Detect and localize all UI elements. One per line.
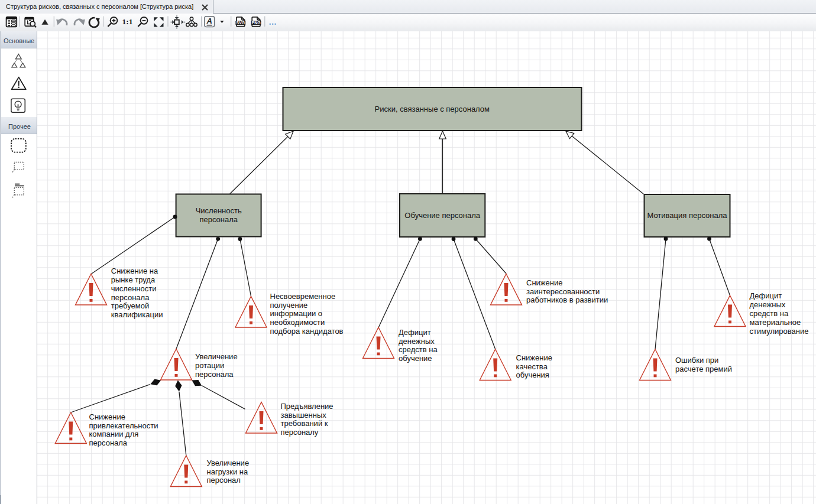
svg-text:расчете премий: расчете премий [675, 365, 732, 373]
svg-text:необходимости: необходимости [270, 318, 325, 327]
svg-text:заинтересованности: заинтересованности [526, 287, 600, 296]
svg-text:персонала: персонала [195, 370, 234, 379]
svg-text:Мотивация персонала: Мотивация персонала [647, 211, 727, 220]
svg-text:качества: качества [516, 362, 548, 371]
svg-text:Ошибки при: Ошибки при [675, 356, 718, 365]
svg-text:получение: получение [270, 301, 308, 310]
svg-text:требуемой: требуемой [111, 301, 149, 310]
svg-text:средств на: средств на [399, 345, 438, 354]
svg-text:денежных: денежных [750, 300, 786, 309]
svg-text:подбора кандидатов: подбора кандидатов [270, 327, 344, 336]
svg-text:Предъявление: Предъявление [281, 402, 333, 411]
svg-text:средств на: средств на [750, 309, 789, 318]
svg-text:привлекательности: привлекательности [89, 421, 158, 430]
svg-text:материальное: материальное [750, 318, 801, 327]
svg-text:персонала: персонала [199, 215, 238, 224]
svg-text:Увеличение: Увеличение [207, 459, 250, 467]
svg-text:персонала: персонала [111, 293, 150, 302]
svg-text:Риски, связанные с персоналом: Риски, связанные с персоналом [375, 105, 490, 113]
svg-text:рынке труда: рынке труда [111, 275, 156, 284]
svg-text:квалификации: квалификации [111, 310, 163, 319]
svg-text:работников в развитии: работников в развитии [526, 295, 608, 304]
svg-text:денежных: денежных [399, 337, 435, 346]
svg-text:обучение: обучение [399, 354, 432, 363]
svg-text:Увеличение: Увеличение [195, 352, 238, 361]
svg-text:Снижение: Снижение [526, 278, 562, 287]
svg-text:персонал: персонал [207, 476, 241, 485]
svg-text:стимулирование: стимулирование [750, 327, 809, 336]
svg-text:Дефицит: Дефицит [399, 328, 431, 337]
svg-text:1:1: 1:1 [122, 17, 133, 26]
svg-text:A: A [206, 17, 212, 25]
svg-text:Снижение на: Снижение на [111, 266, 158, 275]
svg-text:компании для: компании для [89, 430, 139, 438]
svg-text:PNG: PNG [252, 21, 261, 25]
svg-text:нагрузки на: нагрузки на [207, 467, 248, 476]
svg-text:обучения: обучения [516, 370, 549, 379]
svg-text:Дефицит: Дефицит [750, 291, 782, 300]
svg-text:завышенных: завышенных [281, 411, 327, 420]
svg-text:персонала: персонала [89, 438, 128, 447]
svg-text:численности: численности [111, 284, 157, 293]
svg-text:Снижение: Снижение [89, 412, 125, 421]
svg-text:Несвоевременное: Несвоевременное [270, 292, 336, 301]
svg-text:персоналу: персоналу [281, 428, 319, 437]
svg-text:Снижение: Снижение [516, 353, 552, 362]
svg-text:Численность: Численность [196, 206, 242, 215]
svg-text:SVG: SVG [237, 21, 245, 25]
svg-text:требований к: требований к [281, 419, 328, 428]
svg-text:ротации: ротации [195, 361, 224, 370]
svg-text:Обучение персонала: Обучение персонала [404, 211, 480, 220]
svg-text:информации о: информации о [270, 309, 323, 318]
